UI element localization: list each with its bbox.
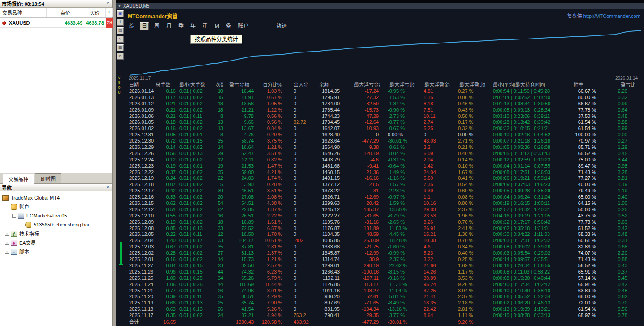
- cell-lots[interactable]: 总手数: [155, 82, 176, 88]
- table-row[interactable]: 2025.11.180.630.01 | 0.132641.545.26 %08…: [128, 306, 644, 313]
- cell-max-dd-amount[interactable]: 最大浮亏金额: [340, 82, 380, 88]
- table-row[interactable]: 2025.12.020.280.01 | 0.022731.132.37 %01…: [128, 250, 644, 256]
- table-row[interactable]: 2026.01.130.170.01 | 0.021511.910.67 %01…: [128, 95, 644, 101]
- table-row[interactable]: 2026.01.140.160.01 | 0.021018.441.03 %01…: [128, 88, 644, 95]
- cell-hold-time[interactable]: 最小|平均|最大持仓时间: [485, 82, 565, 88]
- table-row[interactable]: 2026.01.060.210.01 | 0.1189.780.56 %0174…: [128, 113, 644, 120]
- table-row[interactable]: 2025.11.200.390.01 | 0.113538.514.29 %09…: [128, 294, 644, 300]
- expand-icon[interactable]: +: [5, 250, 9, 254]
- tree-item-ecmarkets-live05[interactable]: -ECMarkets-Live05: [0, 211, 112, 220]
- cell-balance[interactable]: 余额: [312, 82, 340, 88]
- move-icon[interactable]: ✛: [117, 19, 124, 26]
- tab-symbols[interactable]: 交易品种: [3, 174, 34, 184]
- table-row[interactable]: 2025.12.220.370.01 | 0.023559.004.21 %01…: [128, 170, 644, 176]
- table-row[interactable]: 2025.12.090.190.01 | 0.021818.891.61 %01…: [128, 219, 644, 226]
- close-icon[interactable]: ×: [105, 185, 111, 191]
- cell-count: 16: [211, 213, 223, 219]
- cell-win-rate[interactable]: 胜率: [565, 82, 598, 88]
- table-row[interactable]: 2026.01.020.160.01 | 0.021313.670.84 %01…: [128, 126, 644, 132]
- table-row[interactable]: 2025.12.150.620.01 | 0.025454.514.38 %01…: [128, 200, 644, 207]
- cell-max-fp-percent[interactable]: 最大浮盈比例: [450, 82, 485, 88]
- table-row[interactable]: 2025.12.050.220.01 | 0.111218.501.70 %01…: [128, 231, 644, 238]
- table-row[interactable]: 2025.11.260.960.01 | 0.154474.326.23 %01…: [128, 269, 644, 275]
- table-row[interactable]: 2026.01.090.210.01 | 0.021821.211.22 %01…: [128, 107, 644, 113]
- cell-count: 14: [211, 256, 223, 263]
- help-icon[interactable]: ?: [117, 36, 124, 43]
- cell-min-max-lots[interactable]: 最小|大手数: [176, 82, 211, 88]
- table-row[interactable]: 2025.11.210.770.01 | 0.112674.968.01 %01…: [128, 288, 644, 294]
- table-row[interactable]: 2025.11.241.060.01 | 0.2544115.6911.44 %…: [128, 282, 644, 288]
- cell-min-max-lots: 0.01 | 0.02: [176, 313, 211, 319]
- table-row[interactable]: 2025.12.230.190.01 | 0.011921.531.47 %01…: [128, 163, 644, 170]
- table-row[interactable]: 2025.12.041.400.01 | 0.1733104.1710.61 %…: [128, 238, 644, 244]
- cell-pnl: 18.44: [223, 88, 254, 95]
- tree-item-expert-advisors[interactable]: +◆EA交易: [0, 238, 112, 247]
- cell-max-fp-percent: 0.54 %: [450, 182, 485, 188]
- table-row[interactable]: 2025.12.170.420.01 | 0.023946.513.51 %01…: [128, 188, 644, 194]
- table-row[interactable]: 2025.12.030.670.01 | 0.023537.812.81 %01…: [128, 244, 644, 250]
- table-row[interactable]: 2025.11.270.840.01 | 0.152332.582.57 %01…: [128, 263, 644, 269]
- expand-icon[interactable]: +: [5, 232, 9, 236]
- tree-item-trademax-global-mt4[interactable]: TradeMax Global MT4: [0, 193, 112, 202]
- table-row[interactable]: 2025.12.310.050.01 | 0.0134.760.29 %0162…: [128, 132, 644, 138]
- collapse-icon[interactable]: -: [12, 214, 16, 218]
- table-row[interactable]: 2025.12.290.140.01 | 0.021418.641.21 %01…: [128, 144, 644, 151]
- table-row[interactable]: 2025.12.240.120.01 | 0.021212.110.82 %01…: [128, 157, 644, 163]
- cell-date: 2025.12.31: [128, 132, 155, 138]
- cell-win-rate: 89.47 %: [565, 163, 598, 170]
- column-ask[interactable]: 买价: [84, 8, 106, 17]
- cell-min-max-lots: 0.01 | 0.02: [176, 101, 211, 107]
- cell-date: 2026.01.14: [128, 88, 155, 95]
- column-symbol[interactable]: 交易品种: [0, 8, 47, 17]
- table-row[interactable]: 2025.11.190.660.01 | 0.132565.747.90 %08…: [128, 300, 644, 306]
- table-row[interactable]: 2025.11.251.000.01 | 0.253465.265.79 %01…: [128, 275, 644, 282]
- table-row[interactable]: 2025.12.120.510.01 | 0.025222.851.87 %01…: [128, 207, 644, 213]
- column-bid[interactable]: 卖价: [47, 8, 84, 17]
- cell-pl-ratio: 0.45: [598, 151, 635, 157]
- tree-item-indicators[interactable]: +ƒ技术指标: [0, 229, 112, 238]
- market-watch-symbol-row[interactable]: XAUUSD 4633.49 4633.78 29: [0, 18, 112, 28]
- cell-percent[interactable]: 百分比%: [254, 82, 282, 88]
- table-row[interactable]: 2025.12.080.850.01 | 0.133372.526.57 %01…: [128, 226, 644, 232]
- cell-max-fp-amount[interactable]: 最大浮盈金额: [415, 82, 450, 88]
- panel-copy-icon[interactable]: ⧉: [117, 53, 124, 60]
- table-row[interactable]: 2025.12.300.720.01 | 0.153558.743.75 %01…: [128, 138, 644, 144]
- cell-min-max-lots: 0.01 | 0.11: [176, 294, 211, 300]
- tree-item-label: EA交易: [19, 239, 36, 246]
- cell-pl-ratio: 3.28: [598, 170, 635, 176]
- table-row[interactable]: 2025.12.260.560.01 | 0.132952.473.51 %01…: [128, 151, 644, 157]
- restore-window-icon[interactable]: ▣: [117, 10, 124, 17]
- table-row[interactable]: 2025.12.160.330.01 | 0.022027.082.08 %01…: [128, 194, 644, 200]
- table-row[interactable]: 2025.12.010.160.01 | 0.021415.731.21 %01…: [128, 256, 644, 263]
- cell-pl-ratio[interactable]: 盈亏比: [598, 82, 635, 88]
- panel-grid-icon[interactable]: ▦: [117, 44, 124, 51]
- cell-in-out[interactable]: 出入金: [282, 82, 312, 88]
- tree-item-login-5135650[interactable]: 5135650: chen sheng bai: [0, 220, 112, 229]
- table-row[interactable]: 2026.01.050.180.01 | 0.02139.660.56 %82.…: [128, 119, 644, 126]
- tree-item-scripts[interactable]: +▹脚本: [0, 247, 112, 256]
- brand-link[interactable]: 复盘侠 http://MTCommander.com: [567, 12, 640, 19]
- expand-icon[interactable]: +: [5, 241, 9, 245]
- table-row[interactable]: 2025.12.100.550.01 | 0.021626.512.22 %01…: [128, 213, 644, 219]
- close-icon[interactable]: ×: [105, 1, 111, 7]
- tab-tick-chart[interactable]: 即时图: [35, 173, 61, 183]
- cell-pnl[interactable]: 盈亏金额: [223, 82, 254, 88]
- table-row[interactable]: 2026.01.120.210.01 | 0.021818.561.05 %01…: [128, 101, 644, 107]
- cell-date: 2026.01.05: [128, 119, 155, 126]
- collapse-icon[interactable]: -: [5, 205, 9, 209]
- cell-max-fp-amount: 23.53: [415, 213, 450, 219]
- chart-titlebar[interactable]: ▼ XAUUSD,M5: [116, 3, 644, 9]
- tree-item-accounts[interactable]: -账户: [0, 202, 112, 211]
- column-spread[interactable]: !: [106, 8, 113, 17]
- cell-count[interactable]: 次数: [211, 82, 223, 88]
- table-row[interactable]: 2025.12.190.240.01 | 0.022224.031.74 %01…: [128, 175, 644, 182]
- panel-list-icon[interactable]: ▤: [117, 27, 124, 34]
- cell-max-dd-percent[interactable]: 最大浮亏比例: [380, 82, 415, 88]
- app-title: MTCommander资管: [128, 12, 177, 20]
- cell-date: 2025.12.19: [128, 175, 155, 182]
- cell-date[interactable]: 日期: [128, 82, 155, 88]
- table-row[interactable]: 2025.12.180.070.01 | 0.0253.900.28 %0137…: [128, 182, 644, 188]
- table-row[interactable]: 2025.11.170.350.01 | 0.022437.214.94 %75…: [128, 313, 644, 319]
- cell-percent: 2.22 %: [254, 213, 282, 219]
- table-total-row[interactable]: 合计16.651380.43120.58 %433.92-477.29-30.0…: [128, 319, 644, 325]
